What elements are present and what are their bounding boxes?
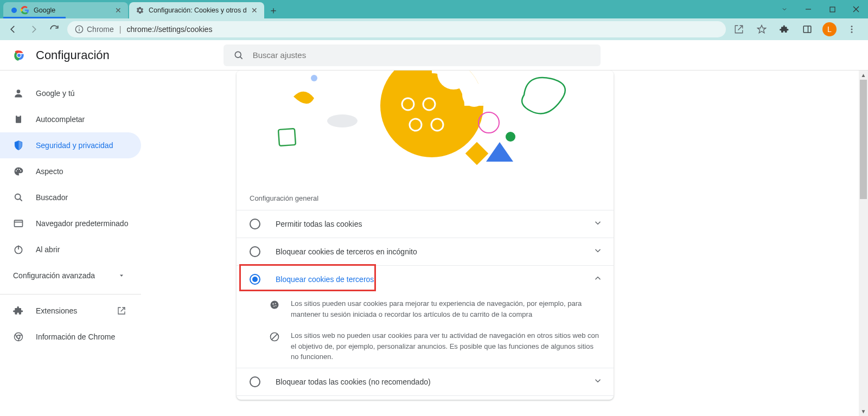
option-allow-all-cookies[interactable]: Permitir todas las cookies [237,210,614,238]
maximize-icon[interactable] [820,0,844,18]
sidebar-item-appearance[interactable]: Aspecto [0,158,141,184]
sidebar-item-about-chrome[interactable]: Información de Chrome [0,324,141,350]
page-title: Configuración [36,48,110,62]
settings-panel: Configuración general Permitir todas las… [237,71,614,400]
sidebar-item-autofill[interactable]: Autocompletar [0,106,141,132]
browser-toolbar: Chrome | chrome://settings/cookies L [0,18,868,40]
option-block-third-party[interactable]: Bloquear cookies de terceros [237,265,614,293]
radio-icon[interactable] [250,246,260,257]
site-app-label: Chrome [87,25,114,34]
scroll-down-arrow-icon[interactable]: ▼ [859,407,868,416]
svg-rect-7 [79,29,79,31]
svg-rect-9 [803,26,811,33]
radio-checked-icon[interactable] [250,274,260,285]
option-block-all-cookies[interactable]: Bloquear todas las cookies (no recomenda… [237,368,614,395]
chevron-down-icon[interactable] [593,246,603,258]
sidebar-item-extensions[interactable]: Extensiones [0,298,141,324]
sidebar-item-label: Buscador [36,193,68,202]
svg-point-40 [327,114,358,127]
share-icon[interactable] [731,22,746,37]
radio-icon[interactable] [250,219,260,229]
tab-title: Configuración: Cookies y otros d [149,7,247,14]
svg-point-56 [276,305,277,306]
close-tab-icon[interactable]: ✕ [115,6,122,15]
scrollbar-thumb[interactable] [860,80,867,199]
gear-favicon-icon [136,6,144,15]
sidebar-item-label: Información de Chrome [36,332,115,341]
svg-point-48 [478,112,499,133]
hero-illustration [237,71,614,179]
sidebar-advanced-toggle[interactable]: Configuración avanzada [0,263,141,289]
settings-search[interactable] [224,44,601,66]
loading-indicator-icon [10,6,18,15]
extensions-icon[interactable] [777,22,792,37]
svg-line-58 [272,334,278,340]
person-icon [13,88,24,99]
svg-point-22 [16,170,17,171]
settings-sidebar: Google y tú Autocompletar Seguridad y pr… [0,71,141,416]
chevron-up-icon[interactable] [593,273,603,285]
svg-marker-32 [120,275,123,277]
svg-point-25 [20,170,21,171]
sidebar-item-label: Aspecto [36,167,63,176]
address-bar[interactable]: Chrome | chrome://settings/cookies [67,21,726,37]
sidebar-item-security-privacy[interactable]: Seguridad y privacidad [0,132,141,158]
general-settings-title: Configuración general [237,179,614,210]
sidebar-item-on-startup[interactable]: Al abrir [0,236,141,263]
reload-button[interactable] [47,22,62,37]
option-label: Bloquear cookies de terceros en incógnit… [276,247,593,256]
chrome-logo-icon [12,48,26,62]
side-panel-icon[interactable] [800,22,815,37]
option-block-third-party-incognito[interactable]: Bloquear cookies de terceros en incógnit… [237,238,614,265]
bookmark-star-icon[interactable] [754,22,769,37]
svg-rect-39 [278,129,296,146]
radio-icon[interactable] [250,376,260,387]
settings-search-input[interactable] [253,50,591,60]
svg-point-13 [851,31,853,33]
svg-point-19 [17,89,21,93]
browser-tab-google[interactable]: Google ✕ [3,2,128,18]
chevron-down-icon[interactable] [773,0,796,18]
svg-point-55 [273,306,275,307]
option-label: Bloquear cookies de terceros [276,275,593,284]
svg-rect-2 [830,7,835,12]
profile-avatar[interactable]: L [822,22,837,36]
sidebar-item-label: Seguridad y privacidad [36,141,113,150]
kebab-menu-icon[interactable] [844,22,859,37]
sidebar-item-google-and-you[interactable]: Google y tú [0,80,141,106]
minimize-icon[interactable] [796,0,820,18]
scroll-up-arrow-icon[interactable]: ▲ [859,71,868,80]
chevron-down-icon[interactable] [593,376,603,388]
shield-icon [13,140,24,151]
settings-page: Configuración Google y tú Autocompletar … [0,40,868,416]
vertical-scrollbar[interactable]: ▲ ▼ [859,71,868,416]
svg-line-27 [20,199,22,201]
svg-point-52 [271,301,279,309]
svg-marker-51 [486,142,513,162]
svg-point-11 [851,25,853,27]
description-sites-can-use: Los sitios pueden usar cookies para mejo… [237,293,614,325]
chrome-outline-icon [13,331,24,342]
close-tab-icon[interactable]: ✕ [251,6,258,15]
close-window-icon[interactable] [844,0,868,18]
sidebar-item-label: Google y tú [36,89,75,98]
new-tab-button[interactable]: ＋ [265,2,282,18]
back-button[interactable] [5,22,21,37]
sidebar-item-search-engine[interactable]: Buscador [0,184,141,210]
svg-rect-21 [17,115,20,117]
chevron-down-icon [118,272,125,279]
svg-point-17 [235,52,241,57]
svg-marker-8 [758,25,766,33]
sidebar-item-default-browser[interactable]: Navegador predeterminado [0,210,141,236]
svg-point-24 [19,169,20,170]
forward-button[interactable] [26,22,41,37]
option-label: Bloquear todas las cookies (no recomenda… [276,377,593,386]
browser-tab-settings[interactable]: Configuración: Cookies y otros d ✕ [129,2,264,18]
site-info-icon[interactable]: Chrome [75,25,114,34]
sidebar-item-label: Autocompletar [36,115,85,124]
description-text: Los sitios pueden usar cookies para mejo… [291,298,601,319]
sidebar-item-label: Al abrir [36,245,60,254]
chevron-down-icon[interactable] [593,218,603,230]
external-link-icon [117,306,126,315]
extensions-icon [13,305,24,316]
